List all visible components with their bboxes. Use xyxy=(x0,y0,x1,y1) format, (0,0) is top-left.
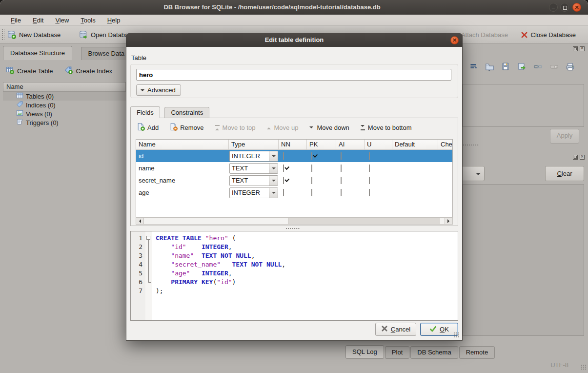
column-header-pk[interactable]: PK xyxy=(307,140,336,149)
dock-close-icon[interactable] xyxy=(580,46,585,51)
sql-token: "secret_name" xyxy=(171,261,221,268)
column-header-type[interactable]: Type xyxy=(229,140,279,149)
column-header-name[interactable]: Name xyxy=(136,140,229,149)
ai-checkbox[interactable] xyxy=(341,152,342,160)
menu-view[interactable]: View xyxy=(50,16,74,25)
apply-button[interactable]: Apply xyxy=(550,129,579,144)
tree-item-indices[interactable]: Indices (0) xyxy=(3,101,126,109)
remove-field-button[interactable]: Remove xyxy=(169,123,203,132)
new-database-button[interactable]: New Database xyxy=(7,28,61,41)
cell-editor-area[interactable] xyxy=(463,84,584,127)
horizontal-scrollbar[interactable] xyxy=(136,217,453,225)
menu-edit[interactable]: Edit xyxy=(28,16,48,25)
dock-splitter[interactable] xyxy=(463,144,479,146)
ai-cell xyxy=(336,189,365,196)
nn-checkbox[interactable] xyxy=(283,177,284,184)
dialog-splitter[interactable] xyxy=(285,228,300,230)
pk-checkbox[interactable] xyxy=(311,165,312,172)
ai-checkbox[interactable] xyxy=(341,165,342,172)
toolbar-grip[interactable] xyxy=(1,29,4,41)
tab-sql-log[interactable]: SQL Log xyxy=(345,345,384,359)
tab-db-schema[interactable]: DB Schema xyxy=(410,346,458,359)
dock-float-icon[interactable] xyxy=(573,46,578,51)
nn-checkbox[interactable] xyxy=(283,152,284,160)
column-header-u[interactable]: U xyxy=(365,140,392,149)
scroll-right-arrow[interactable] xyxy=(445,218,452,224)
field-type-dropdown[interactable]: INTEGER xyxy=(229,187,278,198)
dock-float-icon[interactable] xyxy=(573,155,578,160)
move-to-bottom-button[interactable]: Move to bottom xyxy=(360,124,412,131)
move-up-button[interactable]: Move up xyxy=(266,124,299,131)
tab-browse-data[interactable]: Browse Data xyxy=(81,47,132,60)
dock-close-icon[interactable] xyxy=(580,155,585,160)
tab-database-structure[interactable]: Database Structure xyxy=(3,46,72,60)
field-row-id[interactable]: idINTEGER xyxy=(136,150,452,162)
scroll-left-arrow[interactable] xyxy=(136,218,144,224)
menu-file[interactable]: File xyxy=(6,16,26,25)
minimize-button[interactable]: – xyxy=(549,3,558,12)
move-to-top-button[interactable]: Move to top xyxy=(215,124,256,131)
tree-item-triggers[interactable]: Triggers (0) xyxy=(3,118,126,127)
add-field-button[interactable]: Add xyxy=(137,123,159,132)
dialog-resize-grip[interactable] xyxy=(454,332,460,338)
link-icon[interactable] xyxy=(533,62,543,71)
create-index-button[interactable]: Create Index xyxy=(64,66,112,76)
tab-constraints[interactable]: Constraints xyxy=(164,107,209,118)
field-row-secret-name[interactable]: secret_nameTEXT xyxy=(136,174,452,186)
dialog-close-button[interactable]: ✕ xyxy=(450,36,459,44)
menu-tools[interactable]: Tools xyxy=(76,16,100,25)
nn-checkbox[interactable] xyxy=(283,165,284,172)
resize-grip[interactable] xyxy=(581,364,587,370)
tab-remote[interactable]: Remote xyxy=(459,346,495,359)
field-type-dropdown[interactable]: TEXT xyxy=(229,175,278,186)
export-file-icon[interactable] xyxy=(517,62,527,71)
column-header-default[interactable]: Default xyxy=(392,140,438,149)
null-toggle-icon[interactable] xyxy=(549,62,559,71)
save-file-icon[interactable] xyxy=(501,62,510,71)
field-type-dropdown[interactable]: INTEGER xyxy=(229,151,278,162)
pk-checkbox[interactable] xyxy=(311,152,312,160)
format-icon[interactable] xyxy=(468,62,478,71)
print-icon[interactable] xyxy=(565,62,575,71)
tab-fields[interactable]: Fields xyxy=(130,106,160,118)
tree-item-views[interactable]: Views (0) xyxy=(3,109,126,118)
u-checkbox[interactable] xyxy=(369,177,370,184)
field-type-dropdown[interactable]: TEXT xyxy=(229,163,278,174)
fold-margin[interactable] xyxy=(145,234,152,243)
cancel-button[interactable]: Cancel xyxy=(375,323,416,336)
maximize-button[interactable] xyxy=(560,3,569,12)
scrollbar-thumb[interactable] xyxy=(288,218,440,224)
tree-item-tables[interactable]: Tables (0) xyxy=(3,92,126,101)
open-database-icon xyxy=(79,30,88,39)
clear-button[interactable]: Clear xyxy=(545,166,584,181)
sql-token xyxy=(190,269,201,277)
pk-checkbox[interactable] xyxy=(311,189,312,196)
ai-cell xyxy=(336,165,365,172)
u-checkbox[interactable] xyxy=(369,189,370,196)
field-row-name[interactable]: nameTEXT xyxy=(136,162,452,174)
nn-checkbox[interactable] xyxy=(283,189,284,196)
u-checkbox[interactable] xyxy=(369,165,370,172)
ai-checkbox[interactable] xyxy=(341,189,342,196)
field-row-age[interactable]: ageINTEGER xyxy=(136,186,452,199)
attach-database-button[interactable]: Attach Database xyxy=(461,28,508,41)
sql-log-area[interactable] xyxy=(463,184,584,336)
table-name-input[interactable] xyxy=(136,69,451,81)
tree-column-header[interactable]: Name xyxy=(3,82,126,92)
menu-help[interactable]: Help xyxy=(102,16,125,25)
create-table-button[interactable]: Create Table xyxy=(6,66,53,76)
ok-button[interactable]: OK xyxy=(420,323,458,336)
move-down-button[interactable]: Move down xyxy=(309,124,349,131)
u-checkbox[interactable] xyxy=(369,152,370,160)
close-database-button[interactable]: Close Database xyxy=(521,28,576,41)
column-header-nn[interactable]: NN xyxy=(279,140,307,149)
tab-plot[interactable]: Plot xyxy=(385,346,409,359)
import-file-icon[interactable] xyxy=(485,62,494,71)
ai-checkbox[interactable] xyxy=(341,177,342,184)
column-header-check[interactable]: Check xyxy=(438,140,452,149)
column-header-ai[interactable]: AI xyxy=(336,140,365,149)
dropdown-arrow-icon xyxy=(269,176,278,186)
pk-checkbox[interactable] xyxy=(311,177,312,184)
advanced-button[interactable]: Advanced xyxy=(136,84,181,96)
close-window-button[interactable]: ✕ xyxy=(572,3,581,12)
